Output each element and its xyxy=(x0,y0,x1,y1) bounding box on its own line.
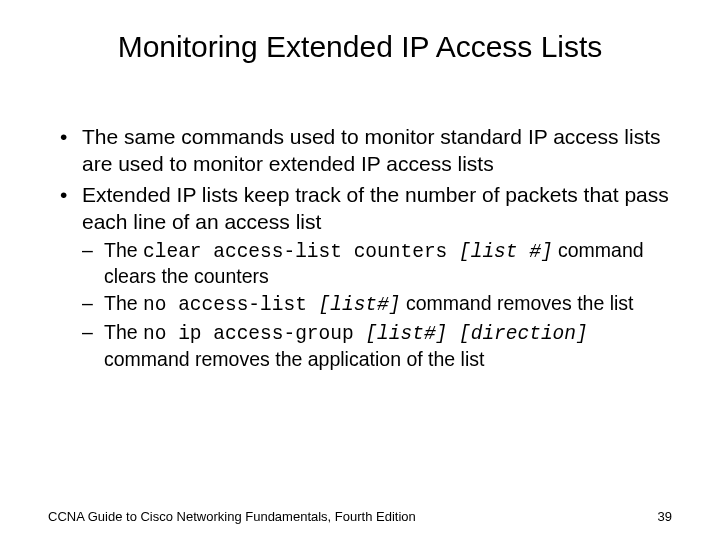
text: The xyxy=(104,321,143,343)
slide: Monitoring Extended IP Access Lists The … xyxy=(0,0,720,540)
command-text: no access-list xyxy=(143,294,319,316)
text: The xyxy=(104,292,143,314)
sub-bullet-list: The clear access-list counters [list #] … xyxy=(82,238,672,373)
sub-bullet-item: The clear access-list counters [list #] … xyxy=(82,238,672,290)
bullet-text: Extended IP lists keep track of the numb… xyxy=(82,183,669,233)
footer: CCNA Guide to Cisco Networking Fundament… xyxy=(48,509,672,524)
bullet-item: Extended IP lists keep track of the numb… xyxy=(60,182,672,373)
page-number: 39 xyxy=(658,509,672,524)
bullet-list: The same commands used to monitor standa… xyxy=(48,124,672,372)
sub-bullet-item: The no access-list [list#] command remov… xyxy=(82,291,672,318)
command-text: no ip access-group xyxy=(143,323,365,345)
text: command removes the application of the l… xyxy=(104,348,484,370)
text: command removes the list xyxy=(400,292,633,314)
command-arg: [list#] xyxy=(319,294,401,316)
command-text: clear access-list counters xyxy=(143,241,459,263)
command-arg: [list#] [direction] xyxy=(365,323,587,345)
command-arg: [list #] xyxy=(459,241,553,263)
footer-left: CCNA Guide to Cisco Networking Fundament… xyxy=(48,509,416,524)
sub-bullet-item: The no ip access-group [list#] [directio… xyxy=(82,320,672,372)
text: The xyxy=(104,239,143,261)
bullet-item: The same commands used to monitor standa… xyxy=(60,124,672,178)
page-title: Monitoring Extended IP Access Lists xyxy=(48,30,672,64)
